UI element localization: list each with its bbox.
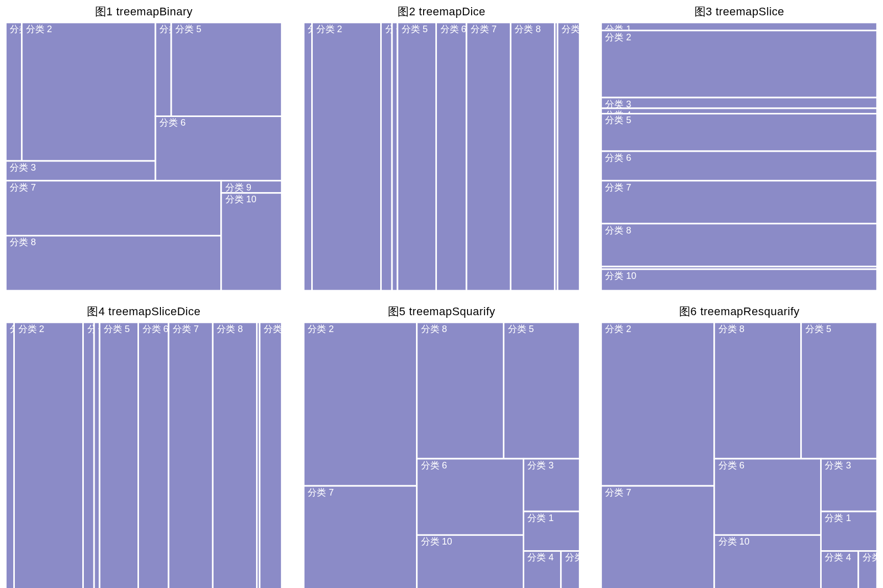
treemap-cell-label: 分类 4 (825, 552, 851, 562)
treemap-cell-label: 分类 10 (562, 24, 580, 34)
treemap-cell: 分类 1 (821, 511, 877, 551)
treemap-cell-label: 分类 10 (718, 536, 750, 547)
svg-rect-37 (213, 322, 257, 588)
svg-rect-41 (304, 486, 416, 588)
treemap-cell-label: 分类 6 (440, 24, 466, 34)
svg-rect-36 (169, 322, 213, 588)
treemap-cell: 分类 10 (601, 269, 877, 291)
treemap-cell: 分类 2 (601, 322, 714, 486)
treemap-cell-label: 分类 9 (565, 552, 580, 562)
treemap-cell: 分类 3 (523, 459, 579, 511)
treemap-cell: 分类 6 (714, 459, 821, 535)
svg-rect-3 (155, 22, 171, 116)
treemap-cell-label: 分类 7 (471, 24, 497, 34)
svg-rect-10 (304, 22, 312, 291)
treemap-cell: 分类 3 (601, 98, 877, 109)
treemap-cell: 分类 2 (312, 22, 381, 291)
treemap-cell: 分类 2 (304, 322, 416, 486)
svg-rect-17 (510, 22, 554, 291)
svg-rect-1 (22, 22, 156, 161)
svg-rect-40 (304, 322, 416, 486)
treemap-squarify: 分类 2分类 7分类 8分类 5分类 6分类 10分类 3分类 1分类 4分类 … (303, 322, 580, 588)
svg-rect-50 (601, 322, 714, 486)
treemap-cell: 分类 6 (416, 459, 523, 535)
panel-title-4: 图4 treemapSliceDice (5, 303, 283, 322)
treemap-cell-label: 分类 5 (606, 115, 632, 125)
panel-6: 图6 treemapResquarify 分类 2分类 7分类 8分类 5分类 … (600, 303, 878, 588)
treemap-cell: 分类 7 (601, 486, 714, 588)
treemap-cell: 分类 7 (6, 181, 221, 236)
treemap-cell: 分类 8 (6, 236, 221, 291)
panel-title-1: 图1 treemapBinary (5, 3, 283, 22)
svg-rect-12 (381, 22, 392, 291)
svg-rect-52 (714, 322, 801, 459)
treemap-cell-label: 分类 10 (606, 271, 637, 281)
treemap-binary: 分类 1分类 2分类 3分类 4分类 5分类 6分类 7分类 8分类 9分类 1… (5, 22, 283, 291)
page-root: 图1 treemapBinary 分类 1分类 2分类 3分类 4分类 5分类 … (0, 0, 883, 588)
treemap-cell-label: 分类 2 (606, 32, 632, 42)
treemap-cell-label: 分类 2 (316, 24, 342, 34)
treemap-cell-label: 分类 7 (606, 182, 632, 193)
panel-5: 图5 treemapSquarify 分类 2分类 7分类 8分类 5分类 6分… (303, 303, 580, 588)
panel-1: 图1 treemapBinary 分类 1分类 2分类 3分类 4分类 5分类 … (5, 3, 283, 291)
treemap-cell-label: 分类 5 (507, 324, 533, 334)
treemap-cell-label: 分类 9 (225, 182, 251, 193)
treemap-cell-label: 分类 4 (527, 552, 553, 562)
treemap-slice: 分类 1分类 2分类 3分类 4分类 5分类 6分类 7分类 8分类 9分类 1… (600, 22, 878, 291)
panel-title-5: 图5 treemapSquarify (303, 303, 580, 322)
svg-rect-21 (601, 31, 877, 98)
panel-title-3: 图3 treemapSlice (600, 3, 878, 22)
treemap-cell-label: 分类 6 (159, 117, 185, 128)
treemap-cell: 分类 7 (467, 22, 510, 291)
treemap-cell-label: 分类 10 (225, 194, 257, 204)
svg-rect-42 (416, 322, 503, 459)
treemap-cell-label: 分类 7 (606, 487, 632, 498)
svg-rect-15 (436, 22, 466, 291)
treemap-cell: 分类 8 (601, 224, 877, 267)
svg-rect-35 (138, 322, 169, 588)
svg-rect-11 (312, 22, 381, 291)
svg-rect-9 (221, 193, 282, 291)
treemap-cell-label: 分类 2 (18, 324, 44, 334)
svg-rect-25 (601, 151, 877, 181)
treemap-cell-label: 分类 8 (606, 225, 632, 236)
treemap-cell-label: 分类 5 (402, 24, 428, 34)
treemap-cell: 分类 7 (304, 486, 416, 588)
treemap-cell: 分类 8 (416, 322, 503, 459)
svg-rect-6 (6, 181, 221, 236)
treemap-cell-label: 分类 8 (421, 324, 447, 334)
treemap-cell-label: 分类 1 (825, 513, 851, 523)
treemap-cell-label: 分类 7 (173, 324, 199, 334)
treemap-cell: 分类 7 (169, 322, 213, 588)
svg-rect-14 (398, 22, 436, 291)
panel-title-6: 图6 treemapResquarify (600, 303, 878, 322)
treemap-cell-label: 分类 7 (10, 182, 36, 193)
treemap-cell: 分类 6 (138, 322, 169, 588)
treemap-cell-label: 分类 3 (10, 162, 36, 173)
svg-rect-30 (6, 322, 14, 588)
treemap-cell: 分类 4 (523, 551, 561, 588)
svg-rect-31 (14, 322, 83, 588)
treemap-cell: 分类 10 (714, 535, 821, 588)
treemap-cell: 分类 8 (510, 22, 554, 291)
svg-rect-29 (601, 269, 877, 291)
treemap-cell: 分类 8 (714, 322, 801, 459)
treemap-cell-label: 分类 10 (421, 536, 452, 547)
treemap-cell: 分类 9 (858, 551, 878, 588)
treemap-cell-label: 分类 1 (527, 513, 553, 523)
svg-rect-39 (260, 322, 282, 588)
treemap-cell-label: 分类 6 (143, 324, 169, 334)
treemap-cell-label: 分类 8 (10, 237, 36, 247)
svg-rect-20 (601, 22, 877, 31)
svg-rect-27 (601, 224, 877, 267)
svg-rect-26 (601, 181, 877, 224)
treemap-cell: 分类 3 (6, 161, 155, 181)
svg-rect-22 (601, 98, 877, 108)
svg-rect-34 (100, 322, 138, 588)
svg-rect-0 (6, 22, 21, 161)
svg-rect-23 (601, 108, 877, 114)
treemap-slicedice: 分类 1分类 2分类 3分类 4分类 5分类 6分类 7分类 8分类 9分类 1… (5, 322, 283, 588)
panel-2: 图2 treemapDice 分类 1分类 2分类 3分类 4分类 5分类 6分… (303, 3, 580, 291)
svg-rect-32 (83, 322, 95, 588)
treemap-cell: 分类 5 (171, 22, 282, 116)
